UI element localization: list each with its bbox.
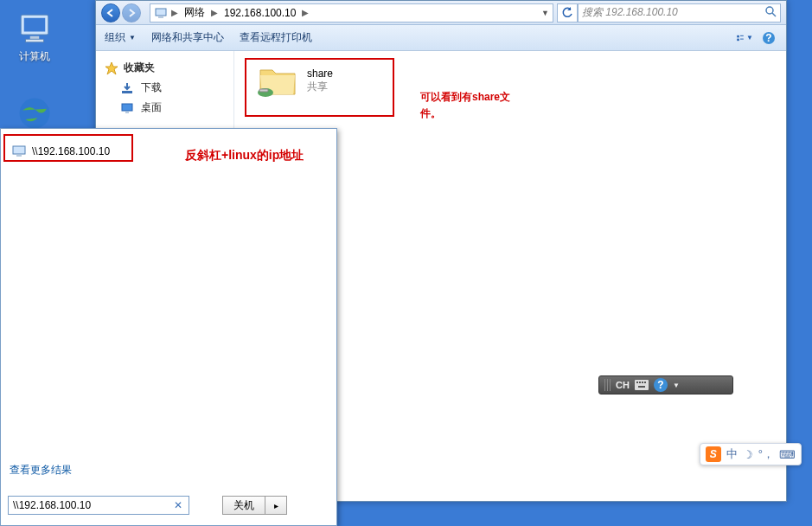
dropdown-icon: ▼ — [129, 34, 136, 42]
cmd-label: 查看远程打印机 — [240, 30, 312, 45]
desktop-icon-globe[interactable] — [10, 95, 59, 132]
cmd-network-center[interactable]: 网络和共享中心 — [151, 30, 224, 45]
svg-rect-21 — [16, 155, 22, 157]
folder-share[interactable]: share 共享 — [253, 60, 336, 101]
cmd-label: 网络和共享中心 — [151, 30, 224, 45]
clear-search-icon[interactable]: ✕ — [174, 499, 182, 511]
shutdown-options-button[interactable]: ▸ — [265, 496, 287, 515]
shared-folder-icon — [257, 63, 298, 98]
svg-rect-26 — [644, 382, 646, 383]
svg-rect-27 — [638, 386, 645, 388]
svg-rect-2 — [30, 36, 40, 40]
sogou-logo-icon: S — [706, 446, 721, 462]
ime-lang-indicator[interactable]: CH — [616, 378, 630, 392]
refresh-icon — [561, 7, 573, 19]
svg-rect-15 — [122, 91, 132, 93]
svg-rect-5 — [156, 9, 166, 16]
search-result-item[interactable]: \\192.168.100.10 — [11, 144, 110, 159]
svg-rect-25 — [642, 382, 643, 383]
ime-help-icon[interactable]: ? — [654, 378, 668, 392]
nav-label: 桌面 — [141, 100, 162, 115]
folder-desc: 共享 — [307, 80, 333, 94]
desktop-icon-label: 计算机 — [19, 49, 50, 64]
annotation-share-text: 可以看到有share文 件。 — [420, 89, 510, 122]
shutdown-button[interactable]: 关机 — [222, 496, 265, 515]
address-dropdown-icon[interactable]: ▼ — [541, 9, 549, 17]
svg-rect-10 — [740, 35, 744, 35]
star-icon — [105, 61, 118, 75]
svg-rect-3 — [26, 39, 44, 42]
address-box[interactable]: ▶ 网络 ▶ 192.168.100.10 ▶ ▼ — [150, 3, 553, 22]
nav-forward-button[interactable] — [122, 3, 141, 22]
svg-rect-6 — [158, 16, 163, 18]
view-options-button[interactable]: ▼ — [736, 29, 753, 47]
svg-rect-24 — [639, 382, 641, 383]
arrow-left-icon — [105, 8, 116, 18]
download-icon — [120, 81, 134, 95]
svg-text:?: ? — [765, 32, 771, 44]
search-input[interactable]: 搜索 192.168.100.10 — [578, 3, 781, 22]
nav-favorites-header[interactable]: 收藏夹 — [101, 58, 228, 78]
search-result-label: \\192.168.100.10 — [32, 145, 110, 157]
svg-rect-22 — [635, 380, 649, 390]
svg-rect-19 — [259, 89, 268, 92]
svg-rect-12 — [740, 38, 744, 39]
computer-small-icon — [154, 6, 168, 20]
computer-small-icon — [11, 144, 27, 159]
arrow-right-icon — [126, 8, 137, 18]
desktop-icon-computer[interactable]: 计算机 — [10, 10, 59, 64]
ime-grip-icon[interactable] — [604, 379, 611, 391]
svg-rect-9 — [737, 35, 739, 37]
sogou-mode-zhong[interactable]: 中 — [726, 446, 738, 462]
globe-icon — [16, 95, 53, 132]
sogou-moon-icon[interactable]: ☽ — [743, 448, 753, 461]
view-icon — [736, 31, 745, 45]
refresh-button[interactable] — [557, 3, 578, 22]
sogou-punct[interactable]: °， — [758, 446, 774, 462]
ime-dropdown-icon[interactable]: ▼ — [673, 382, 680, 389]
svg-rect-1 — [24, 18, 46, 32]
breadcrumb-sep-icon: ▶ — [211, 8, 218, 17]
desktop-icon — [120, 101, 134, 115]
nav-label: 收藏夹 — [124, 61, 155, 75]
svg-rect-20 — [13, 146, 25, 154]
command-bar: 组织▼ 网络和共享中心 查看远程打印机 ▼ ? — [96, 25, 786, 51]
nav-label: 下载 — [141, 80, 162, 95]
breadcrumb-network[interactable]: 网络 — [182, 5, 208, 20]
dropdown-icon: ▼ — [746, 34, 753, 42]
address-bar: ▶ 网络 ▶ 192.168.100.10 ▶ ▼ 搜索 192.168.100… — [96, 1, 786, 25]
help-button[interactable]: ? — [760, 29, 777, 47]
chevron-right-icon: ▸ — [274, 501, 278, 510]
nav-back-button[interactable] — [101, 3, 120, 22]
breadcrumb-sep-icon: ▶ — [302, 8, 309, 17]
help-icon: ? — [762, 31, 776, 45]
svg-line-8 — [772, 13, 776, 16]
nav-downloads[interactable]: 下载 — [101, 78, 228, 98]
start-search-input[interactable] — [8, 496, 189, 515]
svg-point-4 — [20, 99, 50, 129]
cmd-organize[interactable]: 组织▼ — [105, 30, 136, 45]
search-icon — [764, 5, 777, 20]
nav-desktop[interactable]: 桌面 — [101, 98, 228, 118]
svg-rect-11 — [737, 38, 739, 41]
svg-rect-23 — [636, 382, 638, 383]
svg-point-7 — [766, 7, 773, 14]
svg-rect-16 — [122, 104, 132, 111]
sogou-ime-bar[interactable]: S 中 ☽ °， ⌨ — [700, 443, 802, 465]
sogou-keyboard-icon[interactable]: ⌨ — [779, 448, 796, 461]
breadcrumb-ip[interactable]: 192.168.100.10 — [221, 7, 298, 19]
cmd-label: 组织 — [105, 30, 125, 45]
svg-rect-17 — [125, 112, 129, 113]
annotation-ip-text: 反斜杠+linux的ip地址 — [185, 145, 304, 164]
search-placeholder: 搜索 192.168.100.10 — [582, 5, 678, 20]
breadcrumb-sep-icon: ▶ — [171, 8, 178, 17]
see-more-results[interactable]: 查看更多结果 — [10, 463, 72, 478]
computer-icon — [16, 10, 53, 47]
keyboard-icon[interactable] — [635, 380, 649, 390]
cmd-view-printers[interactable]: 查看远程打印机 — [240, 30, 312, 45]
folder-name: share — [307, 67, 333, 80]
ime-language-bar[interactable]: CH ? ▼ — [598, 375, 733, 394]
start-search-panel: \\192.168.100.10 查看更多结果 ✕ 关机 ▸ — [0, 128, 337, 526]
